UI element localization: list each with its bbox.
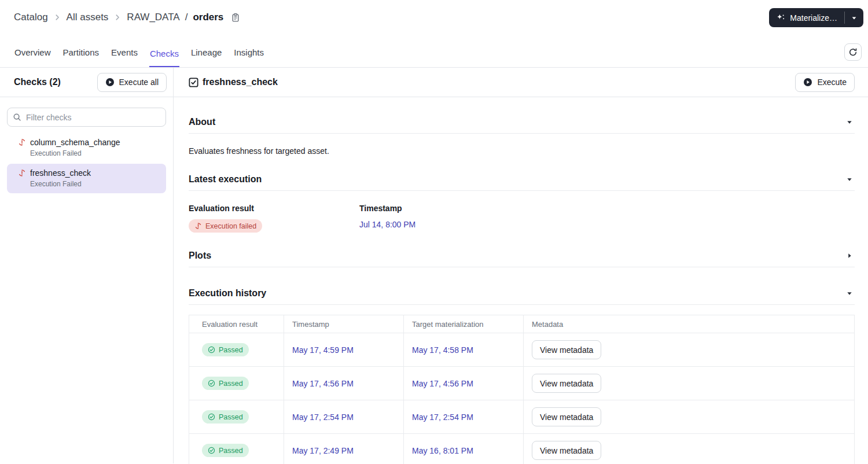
execution-failed-icon — [18, 169, 26, 177]
column-header-target-materialization: Target materialization — [404, 315, 524, 333]
execution-history-collapse-button[interactable] — [844, 289, 855, 297]
chevron-right-icon — [53, 13, 61, 21]
chevron-right-small-icon — [847, 253, 852, 259]
view-metadata-button[interactable]: View metadata — [532, 340, 601, 359]
materialize-button[interactable]: Materialize… — [769, 8, 844, 27]
timestamp-link[interactable]: May 17, 4:56 PM — [292, 379, 354, 388]
breadcrumb-all-assets[interactable]: All assets — [67, 12, 109, 23]
clipboard-icon — [231, 13, 240, 23]
breadcrumb-asset-name: orders — [193, 12, 223, 23]
column-header-timestamp: Timestamp — [284, 315, 404, 333]
breadcrumb: Catalog All assets RAW_DATA / orders — [14, 12, 241, 24]
caret-down-icon — [847, 176, 852, 182]
top-bar: Catalog All assets RAW_DATA / orders Mat… — [0, 0, 868, 35]
about-collapse-button[interactable] — [844, 118, 855, 126]
play-circle-icon — [105, 78, 115, 87]
check-list-item-freshness-check[interactable]: freshness_check Execution Failed — [7, 164, 166, 193]
checks-sidebar-body: column_schema_change Execution Failed fr… — [0, 97, 173, 193]
content-area: Checks (2) Execute all column_schema_cha… — [0, 68, 868, 463]
check-name: column_schema_change — [30, 138, 120, 147]
execute-all-label: Execute all — [119, 78, 159, 87]
latest-execution-content: Evaluation result Execution failed Times… — [189, 191, 855, 233]
materialize-split-button: Materialize… — [769, 8, 863, 27]
latest-execution-section-header[interactable]: Latest execution — [189, 156, 855, 191]
check-detail-panel: freshness_check Execute About Evaluates … — [174, 68, 868, 463]
filter-checks-input[interactable] — [7, 108, 166, 127]
timestamp-link[interactable]: May 17, 2:54 PM — [292, 413, 354, 422]
passed-badge-label: Passed — [219, 380, 243, 388]
tab-lineage[interactable]: Lineage — [190, 47, 222, 67]
evaluation-result-label: Evaluation result — [189, 204, 359, 213]
passed-badge: Passed — [202, 377, 249, 390]
tab-partitions[interactable]: Partitions — [62, 47, 100, 67]
view-metadata-button[interactable]: View metadata — [532, 374, 601, 393]
timestamp-link[interactable]: May 17, 2:49 PM — [292, 446, 354, 455]
passed-badge: Passed — [202, 343, 249, 356]
check-detail-header: freshness_check Execute — [174, 68, 868, 97]
timestamp-link[interactable]: May 17, 4:59 PM — [292, 345, 354, 355]
target-materialization-link[interactable]: May 17, 4:56 PM — [412, 379, 473, 388]
execution-history-heading: Execution history — [189, 288, 266, 299]
refresh-button[interactable] — [844, 43, 862, 61]
table-row: Passed May 17, 2:54 PM May 17, 2:54 PM V… — [189, 400, 855, 434]
view-metadata-button[interactable]: View metadata — [532, 407, 601, 426]
execute-button[interactable]: Execute — [795, 73, 855, 92]
plots-expand-button[interactable] — [844, 252, 855, 260]
tab-checks[interactable]: Checks — [149, 49, 179, 67]
check-detail-title: freshness_check — [203, 77, 278, 87]
execution-failed-icon — [194, 222, 202, 230]
execution-failed-badge: Execution failed — [189, 219, 262, 233]
caret-down-icon — [847, 119, 852, 125]
checks-sidebar: Checks (2) Execute all column_schema_cha… — [0, 68, 174, 463]
sparkle-icon — [776, 13, 785, 23]
checks-sidebar-header: Checks (2) Execute all — [0, 68, 173, 97]
check-status: Execution Failed — [30, 180, 159, 188]
tab-overview[interactable]: Overview — [14, 47, 52, 67]
check-status: Execution Failed — [30, 149, 159, 157]
table-header-row: Evaluation result Timestamp Target mater… — [189, 315, 855, 333]
refresh-icon — [848, 47, 858, 57]
latest-execution-collapse-button[interactable] — [844, 175, 855, 183]
passed-badge: Passed — [202, 444, 249, 457]
timestamp-label: Timestamp — [359, 204, 415, 213]
breadcrumb-key-separator: / — [185, 12, 188, 23]
copy-asset-key-button[interactable] — [230, 12, 241, 24]
passed-badge: Passed — [202, 410, 249, 424]
passed-badge-label: Passed — [219, 413, 243, 421]
breadcrumb-catalog[interactable]: Catalog — [14, 12, 48, 23]
target-materialization-link[interactable]: May 16, 8:01 PM — [412, 446, 473, 455]
execution-failed-icon — [18, 138, 26, 146]
caret-down-icon — [847, 290, 852, 296]
check-square-icon — [189, 78, 198, 87]
target-materialization-link[interactable]: May 17, 4:58 PM — [412, 345, 473, 355]
check-list-item-column-schema-change[interactable]: column_schema_change Execution Failed — [7, 133, 166, 163]
check-circle-icon — [208, 380, 215, 387]
plots-heading: Plots — [189, 251, 211, 261]
plots-section-header[interactable]: Plots — [189, 233, 855, 267]
target-materialization-link[interactable]: May 17, 2:54 PM — [412, 413, 473, 422]
view-metadata-button[interactable]: View metadata — [532, 441, 601, 460]
check-list: column_schema_change Execution Failed fr… — [7, 133, 166, 193]
column-header-evaluation-result: Evaluation result — [189, 315, 284, 333]
tab-insights[interactable]: Insights — [233, 47, 264, 67]
check-detail-body: About Evaluates freshness for targeted a… — [174, 97, 868, 464]
search-icon — [13, 113, 21, 121]
execute-all-button[interactable]: Execute all — [97, 73, 167, 92]
tab-events[interactable]: Events — [111, 47, 138, 67]
execution-history-section-header[interactable]: Execution history — [189, 267, 855, 305]
execution-history-table: Evaluation result Timestamp Target mater… — [189, 315, 855, 464]
chevron-right-icon — [113, 13, 122, 21]
play-circle-icon — [803, 78, 812, 87]
latest-timestamp-link[interactable]: Jul 14, 8:00 PM — [359, 220, 415, 229]
latest-execution-heading: Latest execution — [189, 174, 262, 185]
breadcrumb-asset-key-prefix[interactable]: RAW_DATA — [127, 12, 179, 23]
execution-failed-badge-label: Execution failed — [205, 222, 256, 230]
check-circle-icon — [208, 447, 215, 454]
materialize-dropdown-button[interactable] — [845, 8, 863, 27]
about-description: Evaluates freshness for targeted asset. — [189, 134, 855, 156]
table-row: Passed May 17, 2:49 PM May 16, 8:01 PM V… — [189, 434, 855, 464]
about-section-header[interactable]: About — [189, 97, 855, 134]
check-circle-icon — [208, 413, 215, 421]
passed-badge-label: Passed — [219, 346, 243, 354]
checks-count-title: Checks (2) — [14, 77, 61, 87]
